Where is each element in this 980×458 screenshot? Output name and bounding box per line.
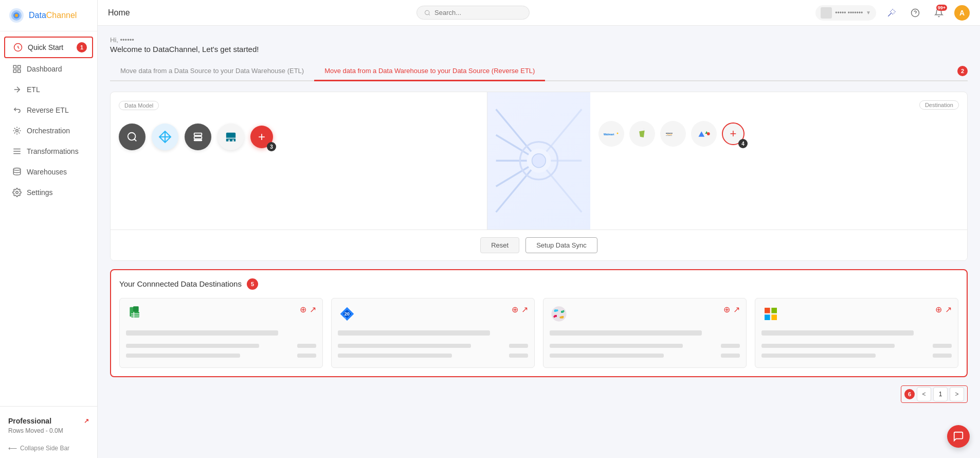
content-area: Hi, •••••• Welcome to DataChannel, Let's… (98, 26, 980, 458)
user-dropdown[interactable]: ••••• ••••••• ▼ (815, 5, 876, 21)
google-ads-logo-svg (697, 127, 711, 141)
notifications-button[interactable]: 99+ (931, 5, 947, 21)
settings-icon (12, 188, 22, 197)
flow-icon-mysql (217, 124, 244, 150)
step-badge-3: 3 (267, 142, 276, 151)
sidebar-item-settings[interactable]: Settings (4, 183, 93, 202)
svg-text:amazon: amazon (666, 132, 673, 134)
tabs: Move data from a Data Source to your Dat… (110, 62, 968, 81)
add-icon[interactable]: ⊕ (723, 305, 730, 314)
sheets-logo-svg (127, 306, 143, 322)
dest-card-name-1 (126, 328, 316, 338)
pagination-prev-button[interactable]: < (917, 387, 931, 401)
flow-row: Data Model (111, 92, 967, 230)
svg-rect-7 (13, 70, 16, 73)
svg-point-3 (15, 14, 18, 17)
sidebar-item-warehouses[interactable]: Warehouses (4, 162, 93, 182)
add-icon[interactable]: ⊕ (935, 305, 942, 314)
svg-point-28 (616, 132, 618, 134)
pagination-container: 6 < 1 > (110, 385, 968, 403)
collapse-sidebar-button[interactable]: ⟵ Collapse Side Bar (8, 445, 89, 452)
help-button[interactable] (907, 5, 923, 21)
tab-etl[interactable]: Move data from a Data Source to your Dat… (110, 62, 314, 81)
svg-rect-41 (765, 308, 770, 313)
external-link-icon[interactable]: ↗ (521, 305, 528, 314)
sidebar-item-quick-start[interactable]: Quick Start 1 (4, 37, 93, 58)
reverse-etl-icon (12, 105, 22, 115)
svg-rect-42 (771, 308, 777, 313)
dest-card-slack: ⊕ ↗ (543, 298, 747, 368)
avatar[interactable]: A (954, 5, 970, 21)
magic-button[interactable] (883, 5, 900, 21)
svg-rect-34 (131, 312, 139, 318)
svg-rect-23 (194, 140, 202, 141)
svg-point-31 (707, 132, 710, 135)
svg-point-14 (16, 191, 19, 194)
sidebar-item-orchestration[interactable]: Orchestration (4, 121, 93, 140)
pagination-next-button[interactable]: > (950, 387, 964, 401)
reset-button[interactable]: Reset (480, 237, 519, 253)
welcome-message: Welcome to DataChannel, Let's get starte… (110, 45, 968, 54)
flow-icons-right: Walmart amazon advertising (598, 121, 959, 147)
tab-reverse-etl[interactable]: Move data from a Data Warehouse to your … (314, 62, 545, 81)
search-container (416, 6, 530, 20)
external-link-icon[interactable]: ↗ (733, 305, 740, 314)
notification-badge: 99+ (936, 5, 947, 11)
dest-card-jira: 20 21 ⊕ ↗ (331, 298, 535, 368)
sidebar-item-label: Settings (27, 188, 53, 197)
logo-channel: Channel (46, 11, 77, 20)
flow-icon-database (185, 124, 211, 150)
collapse-label: Collapse Side Bar (20, 445, 69, 452)
destinations-title: Your Connnected Data Destinations (119, 279, 242, 288)
chat-button[interactable] (947, 425, 970, 448)
plan-external-link-icon[interactable]: ↗ (84, 417, 89, 425)
svg-rect-5 (13, 65, 16, 68)
sidebar-item-label: Transformations (27, 147, 79, 155)
external-link-icon[interactable]: ↗ (945, 305, 952, 314)
svg-point-26 (532, 154, 546, 168)
chat-icon (953, 431, 964, 442)
external-link-icon[interactable]: ↗ (310, 305, 316, 314)
sidebar-bottom: Professional ↗ Rows Moved - 0.0M ⟵ Colla… (0, 406, 97, 458)
tab-container: Move data from a Data Source to your Dat… (110, 62, 968, 81)
header-title: Home (108, 8, 130, 17)
svg-rect-8 (18, 70, 21, 73)
sidebar-item-dashboard[interactable]: Dashboard (4, 59, 93, 79)
dest-card-header-3: ⊕ ↗ (550, 305, 740, 323)
data-model-label: Data Model (119, 101, 159, 110)
welcome-section: Hi, •••••• Welcome to DataChannel, Let's… (110, 36, 968, 54)
dest-card-name-3 (550, 328, 740, 338)
plan-title: Professional ↗ (8, 417, 89, 425)
flow-right-panel: Destination Walmart (590, 92, 967, 230)
quick-start-badge: 1 (77, 42, 87, 52)
jira-icon: 20 21 (338, 305, 356, 323)
sidebar-item-transformations[interactable]: Transformations (4, 142, 93, 161)
sidebar-item-etl[interactable]: ETL (4, 80, 93, 99)
logo-data: Data (29, 11, 46, 20)
tab-reverse-etl-badge: 2 (957, 66, 968, 76)
dest-card-actions-3: ⊕ ↗ (723, 305, 740, 314)
flow-icon-google-ads (691, 121, 717, 147)
dest-card-stats-1 (126, 342, 316, 360)
flow-left-panel: Data Model (111, 92, 487, 230)
svg-rect-21 (194, 133, 202, 136)
svg-point-18 (128, 133, 136, 140)
etl-icon (12, 85, 22, 94)
sidebar-item-label: Quick Start (28, 43, 63, 51)
help-icon (911, 8, 920, 17)
svg-rect-43 (765, 314, 770, 320)
search-icon (424, 9, 430, 16)
sidebar-item-reverse-etl[interactable]: Reverse ETL (4, 100, 93, 120)
logo-icon (8, 7, 25, 24)
orchestration-icon (12, 126, 22, 135)
sidebar-item-label: Orchestration (27, 127, 70, 135)
search-input[interactable] (434, 9, 522, 16)
add-icon[interactable]: ⊕ (512, 305, 518, 314)
sidebar-item-label: Dashboard (27, 65, 62, 73)
svg-rect-22 (194, 136, 202, 139)
setup-datasync-button[interactable]: Setup Data Sync (525, 237, 597, 253)
flow-icon-amazon: amazon advertising (660, 121, 686, 147)
add-icon[interactable]: ⊕ (300, 305, 306, 314)
flow-icon-snowflake (152, 124, 178, 150)
dest-card-stats-2 (338, 342, 528, 360)
